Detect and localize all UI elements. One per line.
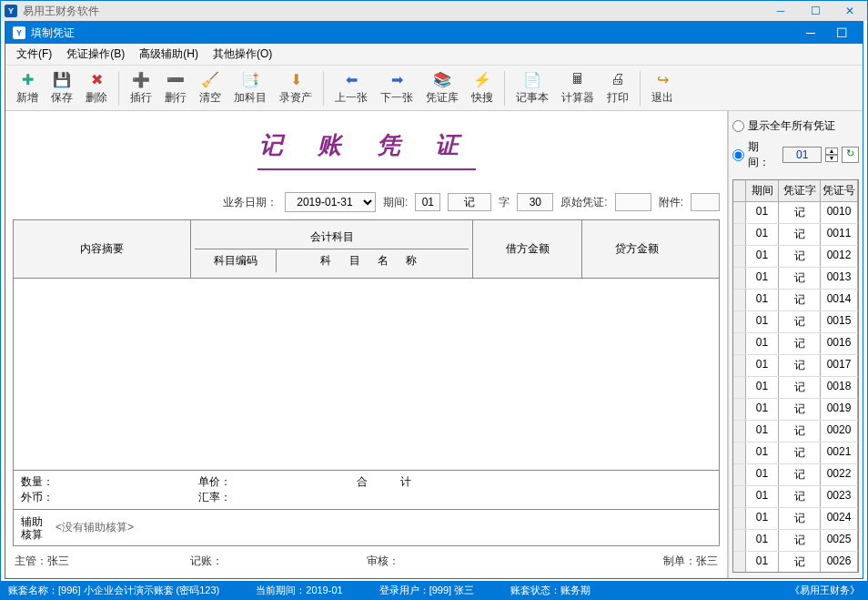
printer-icon: 🖨 [609,70,627,88]
status-state: 账套状态：账务期 [510,584,590,597]
voucher-title: 记 账 凭 证 [257,122,476,170]
accountant-label: 记账： [190,554,366,569]
calculator-icon: 🖩 [569,70,587,88]
list-item[interactable]: 01记0026 [733,552,858,573]
account-icon: 📑 [241,70,259,88]
outer-titlebar: Y 易用王财务软件 ─ ☐ ✕ [1,1,867,21]
list-item[interactable]: 01记0023 [733,486,858,508]
period-label: 期间: [383,195,408,210]
list-item[interactable]: 01记0025 [733,530,858,552]
outer-title: 易用王财务软件 [23,4,99,19]
plus-icon: ✚ [18,70,36,88]
menu-voucher[interactable]: 凭证操作(B) [59,44,132,65]
calc-button[interactable]: 🖩计算器 [556,68,600,107]
list-col-num: 凭证号 [821,180,858,201]
inner-window: Y 填制凭证 ─ ☐ 文件(F) 凭证操作(B) 高级辅助(H) 其他操作(O)… [5,21,863,579]
menu-file[interactable]: 文件(F) [9,44,59,65]
outer-min-button[interactable]: ─ [767,5,794,17]
aux-content: <没有辅助核算> [56,520,134,535]
arrow-left-icon: ⬅ [342,70,360,88]
refresh-button[interactable]: ↻ [842,147,859,163]
exit-icon: ↪ [653,70,671,88]
save-button[interactable]: 💾保存 [45,68,78,107]
list-item[interactable]: 01记0021 [733,442,858,464]
date-label: 业务日期： [223,195,278,210]
inner-title: 填制凭证 [31,25,75,41]
asset-button[interactable]: ⬇录资产 [274,68,318,107]
period-input[interactable] [415,193,440,211]
list-item[interactable]: 01记0013 [733,268,858,290]
period-spinner[interactable]: ▲▼ [825,147,838,162]
next-button[interactable]: ➡下一张 [375,68,419,107]
attach-label: 附件: [659,195,683,210]
number-input[interactable] [517,193,553,211]
clear-icon: 🧹 [201,70,219,88]
auditor-label: 审核： [367,554,542,569]
list-col-period: 期间 [746,180,779,201]
col-debit: 借方金额 [473,220,582,278]
status-bar: 账套名称：[996] 小企业会计演示账套 (密码123) 当前期间：2019-0… [1,581,867,599]
add-button[interactable]: ✚新增 [11,68,44,107]
voucher-table[interactable]: 内容摘要 会计科目 科目编码 科 目 名 称 借方金额 贷方金额 [13,219,720,471]
toolbar: ✚新增 💾保存 ✖删除 ➕插行 ➖删行 🧹清空 📑加科目 ⬇录资产 ⬅上一张 ➡… [5,66,863,111]
exit-button[interactable]: ↪退出 [646,68,679,107]
date-select[interactable]: 2019-01-31 [285,192,376,212]
outer-close-button[interactable]: ✕ [836,5,863,17]
period-radio[interactable]: 期间： [732,137,779,172]
show-all-radio[interactable]: 显示全年所有凭证 [732,117,859,136]
right-panel: 显示全年所有凭证 期间： 01 ▲▼ ↻ 期间 凭证字 [728,111,863,578]
search-button[interactable]: ⚡快搜 [466,68,499,107]
period-select[interactable]: 01 [782,147,822,163]
orig-input[interactable] [615,193,651,211]
notepad-button[interactable]: 📄记事本 [510,68,554,107]
list-item[interactable]: 01记0017 [733,355,858,377]
asset-icon: ⬇ [287,70,305,88]
type-suffix: 字 [499,195,510,210]
prev-button[interactable]: ⬅上一张 [329,68,373,107]
list-item[interactable]: 01记0022 [733,464,858,486]
status-period: 当前期间：2019-01 [256,584,342,597]
clear-button[interactable]: 🧹清空 [194,68,227,107]
col-account: 会计科目 科目编码 科 目 名 称 [191,220,473,278]
list-item[interactable]: 01记0018 [733,377,858,399]
menubar: 文件(F) 凭证操作(B) 高级辅助(H) 其他操作(O) [5,44,863,66]
add-account-button[interactable]: 📑加科目 [228,68,272,107]
delete-icon: ✖ [87,70,106,88]
total-label: 合 计 [289,474,493,505]
list-item[interactable]: 01记0016 [733,333,858,355]
inner-max-button[interactable]: ☐ [828,25,855,40]
col-code: 科目编码 [195,249,277,272]
outer-max-button[interactable]: ☐ [802,5,829,17]
list-item[interactable]: 01记0019 [733,399,858,421]
list-item[interactable]: 01记0014 [733,290,858,311]
list-item[interactable]: 01记0011 [733,224,858,246]
menu-advanced[interactable]: 高级辅助(H) [132,44,206,65]
attach-input[interactable] [691,193,720,211]
status-app: 《易用王财务》 [790,584,860,597]
delete-button[interactable]: ✖删除 [80,68,113,107]
list-item[interactable]: 01记0015 [733,311,858,333]
insert-row-icon: ➕ [132,70,150,88]
voucher-body[interactable] [14,279,719,471]
aux-label: 辅助核算 [21,515,46,541]
save-icon: 💾 [53,70,71,88]
menu-other[interactable]: 其他操作(O) [206,44,279,65]
voucher-panel: 记 账 凭 证 业务日期： 2019-01-31 期间: 字 原始凭证: 附件: [5,111,728,578]
print-button[interactable]: 🖨打印 [601,68,634,107]
inner-min-button[interactable]: ─ [797,25,824,40]
library-button[interactable]: 📚凭证库 [420,68,464,107]
arrow-right-icon: ➡ [388,70,406,88]
insert-row-button[interactable]: ➕插行 [125,68,157,107]
delete-row-button[interactable]: ➖删行 [159,68,192,107]
list-item[interactable]: 01记0012 [733,246,858,268]
list-col-type: 凭证字 [779,180,821,201]
note-icon: 📄 [523,70,541,88]
voucher-list[interactable]: 期间 凭证字 凭证号 01记001001记001101记001201记00130… [732,179,859,573]
list-item[interactable]: 01记0024 [733,508,858,530]
type-input[interactable] [448,193,491,211]
manager-label: 主管：张三 [15,554,190,569]
col-name: 科 目 名 称 [277,249,469,272]
status-user: 登录用户：[999] 张三 [379,584,475,597]
list-item[interactable]: 01记0010 [733,202,858,224]
list-item[interactable]: 01记0020 [733,421,858,442]
